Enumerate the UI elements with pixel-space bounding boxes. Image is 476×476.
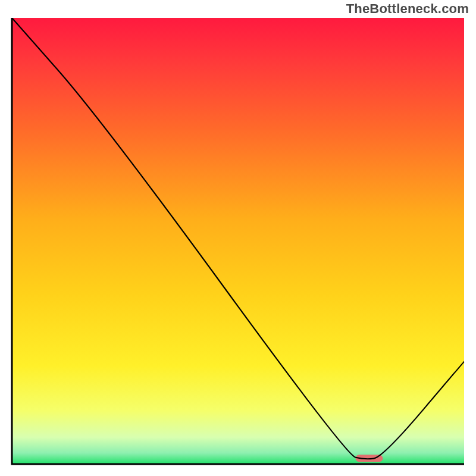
bottleneck-chart bbox=[11, 18, 465, 465]
gradient-bg bbox=[12, 18, 464, 464]
chart-container: TheBottleneck.com bbox=[0, 0, 476, 476]
watermark-text: TheBottleneck.com bbox=[346, 1, 469, 17]
